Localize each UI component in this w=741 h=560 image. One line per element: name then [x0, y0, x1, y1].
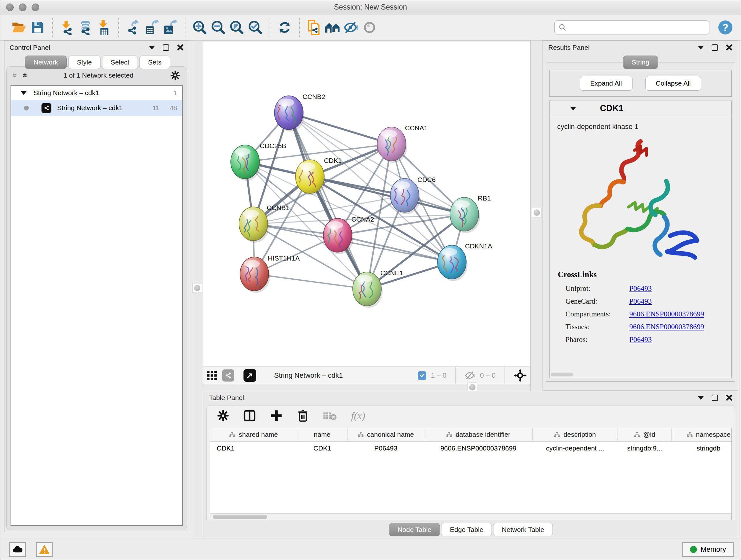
import-network-button[interactable] [58, 17, 76, 37]
zoom-in-button[interactable] [191, 17, 209, 37]
crosslink-link[interactable]: P06493 [629, 285, 652, 293]
export-table-button[interactable] [143, 17, 161, 37]
close-panel-icon[interactable] [726, 394, 733, 401]
title-bar: Session: New Session [0, 0, 741, 14]
left-splitter[interactable] [192, 41, 202, 539]
crosslink-link[interactable]: P06493 [629, 335, 652, 344]
refresh-button[interactable] [275, 17, 294, 37]
right-splitter-handle[interactable] [532, 208, 542, 217]
collapse-panel-icon[interactable] [149, 46, 155, 50]
eye-button[interactable] [360, 17, 379, 37]
pan-crosshair-icon[interactable] [514, 369, 527, 382]
memory-button[interactable]: Memory [682, 542, 734, 557]
tab-style[interactable]: Style [68, 56, 100, 69]
network-node-CDC6[interactable] [390, 179, 419, 212]
table-row[interactable]: CDK1 CDK1 P06493 9606.ENSP00000378699 cy… [210, 442, 731, 455]
float-panel-icon[interactable] [712, 395, 718, 401]
search-field[interactable] [554, 20, 710, 35]
zoom-out-button[interactable] [209, 17, 227, 37]
tab-edge-table[interactable]: Edge Table [441, 523, 492, 537]
network-collection-row[interactable]: String Network – cdk1 1 [11, 86, 182, 100]
crosslink-link[interactable]: 9606.ENSP00000378699 [629, 323, 704, 331]
collection-expander-icon[interactable] [21, 91, 26, 95]
crosslink-link[interactable]: P06493 [629, 297, 652, 306]
column-tree-icon [686, 431, 693, 438]
network-node-count: 11 [152, 104, 159, 112]
horizontal-splitter[interactable] [203, 384, 530, 391]
network-node-CCNE1[interactable] [353, 272, 381, 306]
zoom-fit-button[interactable] [227, 17, 246, 37]
birdseye-grid-icon[interactable] [206, 370, 218, 381]
close-panel-icon[interactable] [726, 44, 733, 51]
cloud-status-button[interactable] [9, 542, 26, 557]
tab-node-table[interactable]: Node Table [389, 523, 440, 537]
search-input[interactable] [567, 23, 705, 31]
home-button[interactable] [323, 17, 342, 37]
collapse-panel-icon[interactable] [697, 396, 704, 400]
table-options-gear-icon[interactable] [217, 410, 229, 422]
collapse-all-networks-icon[interactable]: » [11, 73, 19, 78]
expand-all-button[interactable]: Expand All [580, 76, 632, 91]
right-splitter[interactable] [530, 41, 542, 391]
network-node-HIST1H1A[interactable] [240, 257, 269, 291]
column-header-shared-name[interactable]: shared name [210, 428, 297, 441]
network-row-selected[interactable]: String Network – cdk1 11 48 [11, 100, 182, 116]
zoom-selected-button[interactable] [246, 17, 265, 37]
results-scrollbar-thumb[interactable] [551, 373, 573, 376]
export-network-button[interactable] [124, 17, 143, 37]
hide-unhide-button[interactable] [342, 17, 360, 37]
open-in-browser-icon[interactable] [244, 369, 256, 382]
import-network-database-button[interactable] [76, 17, 95, 37]
column-header-id[interactable]: @id [617, 428, 672, 441]
network-edge-CCNA2-CDKN1A[interactable] [338, 235, 452, 262]
column-header-name[interactable]: name [297, 428, 347, 441]
network-node-CDC25B[interactable] [231, 145, 259, 179]
network-node-CCNB1[interactable] [239, 207, 268, 241]
network-tree: String Network – cdk1 1 String Network –… [10, 85, 183, 526]
expand-all-networks-icon[interactable]: » [20, 73, 29, 78]
gene-expander-icon[interactable] [570, 107, 576, 111]
clone-network-button[interactable] [305, 17, 323, 37]
collapse-panel-icon[interactable] [697, 46, 704, 50]
import-table-button[interactable] [95, 17, 113, 37]
column-header-namespace[interactable]: namespace [672, 428, 732, 441]
table-hscrollbar[interactable] [210, 513, 731, 520]
delete-column-icon[interactable] [297, 409, 309, 422]
column-header-database-identifier[interactable]: database identifier [424, 428, 533, 441]
gene-section-header[interactable]: CDK1 [549, 101, 731, 116]
float-panel-icon[interactable] [712, 44, 718, 51]
column-header-description[interactable]: description [533, 428, 617, 441]
network-node-CCNB2[interactable] [274, 96, 303, 130]
crosslink-link[interactable]: 9606.ENSP00000378699 [629, 310, 704, 318]
table-hscrollbar-thumb[interactable] [213, 515, 267, 519]
network-node-CDK1[interactable] [295, 160, 324, 193]
add-column-icon[interactable] [270, 409, 283, 422]
tab-sets[interactable]: Sets [139, 56, 170, 69]
help-button[interactable]: ? [718, 20, 733, 35]
warnings-button[interactable] [36, 542, 53, 557]
network-graph[interactable]: CCNB2CCNA1CDC25BCDK1CDC6RB1CCNB1CCNA2CDK… [203, 42, 530, 367]
save-session-button[interactable] [28, 17, 47, 37]
string-network-badge-icon[interactable] [222, 369, 234, 381]
network-canvas[interactable]: CCNB2CCNA1CDC25BCDK1CDC6RB1CCNB1CCNA2CDK… [203, 42, 530, 367]
column-header-canonical-name[interactable]: canonical name [347, 428, 424, 441]
tab-network-table[interactable]: Network Table [493, 523, 553, 537]
close-panel-icon[interactable] [177, 44, 184, 51]
network-node-CCNA1[interactable] [377, 127, 406, 161]
collapse-all-button[interactable]: Collapse All [645, 76, 701, 91]
show-columns-icon[interactable] [243, 409, 256, 422]
network-node-RB1[interactable] [450, 197, 479, 231]
network-options-gear-icon[interactable] [170, 70, 180, 80]
tab-select[interactable]: Select [102, 56, 138, 69]
tab-network[interactable]: Network [25, 56, 67, 69]
network-node-CDKN1A[interactable] [437, 245, 466, 279]
float-panel-icon[interactable] [163, 44, 169, 51]
open-session-button[interactable] [10, 17, 28, 37]
network-edge-CCNB2-CCNE1[interactable] [289, 113, 367, 289]
network-edge-HIST1H1A-CCNE1[interactable] [254, 274, 367, 289]
export-image-button[interactable] [161, 17, 180, 37]
left-splitter-handle[interactable] [192, 283, 202, 293]
network-node-CCNA2[interactable] [323, 219, 352, 252]
selected-checkbox-icon[interactable] [418, 371, 426, 380]
tab-string[interactable]: String [623, 56, 658, 69]
